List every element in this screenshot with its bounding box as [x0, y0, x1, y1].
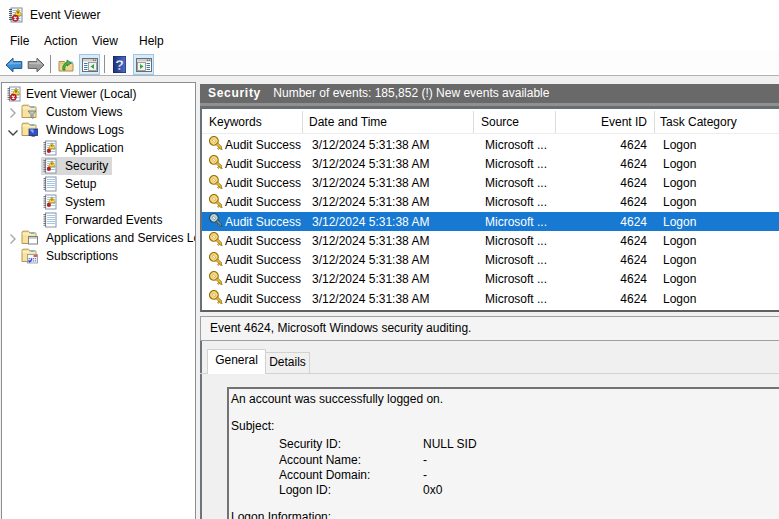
svg-text:?: ?	[115, 57, 124, 73]
